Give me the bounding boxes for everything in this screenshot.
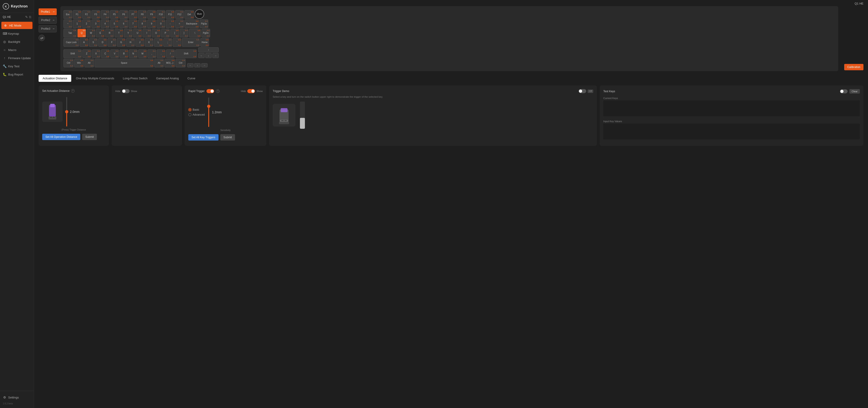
clear-btn[interactable]: Clear	[849, 89, 860, 94]
key-f6[interactable]: 0.4F60.4	[119, 10, 128, 19]
profile-1-menu[interactable]: ···	[53, 10, 55, 14]
key-capslock[interactable]: 0.4Caps Lock0.4	[64, 38, 79, 47]
key-f12[interactable]: 0.4F120.4	[175, 10, 184, 19]
key-f5[interactable]: 0.4F50.4	[110, 10, 119, 19]
key-enter[interactable]: 0.4Enter0.4	[182, 38, 199, 47]
hide-toggle-1-switch[interactable]	[122, 89, 129, 93]
key-r[interactable]: 0.4R0.4	[105, 29, 114, 37]
tab-curve[interactable]: Curve	[183, 75, 199, 82]
rapid-trigger-help-icon[interactable]: ?	[216, 89, 220, 93]
radio-advanced[interactable]: Advanced	[188, 113, 205, 116]
key-mute[interactable]: Mute	[195, 9, 204, 19]
set-all-operation-btn[interactable]: Set All Operation Distance	[42, 134, 80, 140]
key-del[interactable]: 0.4Del0.4	[184, 10, 194, 19]
key-t[interactable]: 0.4T0.4	[115, 29, 123, 37]
key-x[interactable]: 0.4X0.4	[92, 49, 100, 58]
key-shift-left[interactable]: 0.4Shift0.4	[64, 49, 82, 58]
key-0[interactable]: 0.400.4	[157, 20, 165, 28]
key-mo[interactable]: 0.4MO(...)0.4	[164, 59, 175, 67]
key-6[interactable]: 0.460.4	[119, 20, 128, 28]
sidebar-item-macro[interactable]: ○ Macro	[0, 46, 34, 54]
key-s[interactable]: 0.4S0.4	[89, 38, 98, 47]
key-9[interactable]: 0.490.4	[147, 20, 156, 28]
sidebar-item-backlight[interactable]: ◎ Backlight	[0, 38, 34, 46]
key-nav-left[interactable]: ←	[187, 63, 193, 67]
sidebar-item-settings[interactable]: ⚙ Settings	[0, 393, 34, 401]
key-8[interactable]: 0.480.4	[138, 20, 147, 28]
sidebar-item-firmware-update[interactable]: ↑ Firmware Update	[0, 54, 34, 62]
key-rbracket[interactable]: 0.4]0.4	[180, 29, 188, 37]
key-backspace[interactable]: 0.4Backspace0.4	[184, 20, 199, 28]
key-c[interactable]: 0.4C0.4	[101, 49, 110, 58]
actuation-slider-track[interactable]	[66, 97, 67, 127]
key-d[interactable]: 0.4D0.4	[98, 38, 107, 47]
key-home[interactable]: 0.4Home0.4	[200, 38, 209, 47]
key-backslash[interactable]: 0.4\0.4	[189, 29, 201, 37]
tab-one-key-multiple[interactable]: One Key Multiple Commands	[72, 75, 118, 82]
key-quote[interactable]: 0.4'0.4	[173, 38, 181, 47]
key-down[interactable]: ↓	[205, 53, 212, 58]
key-f[interactable]: 0.4F0.4	[107, 38, 116, 47]
profile-1-btn[interactable]: Profile1 ···	[38, 8, 57, 15]
trigger-demo-toggle[interactable]	[579, 89, 586, 93]
key-lbracket[interactable]: 0.4[0.4	[170, 29, 179, 37]
key-w[interactable]: 0.4W0.4	[87, 29, 95, 37]
sidebar-item-key-test[interactable]: 🔧 Key Test	[0, 62, 34, 70]
key-pgdn[interactable]: 0.4PgDn0.4	[202, 29, 210, 37]
key-alt-left[interactable]: 0.4Alt0.4	[84, 59, 94, 67]
tab-long-press-switch[interactable]: Long-Press Switch	[119, 75, 151, 82]
submit-rapid-trigger-btn[interactable]: Submit	[220, 134, 235, 140]
key-f4[interactable]: 0.4F40.4	[101, 10, 110, 19]
key-3[interactable]: 0.430.4	[91, 20, 100, 28]
key-z[interactable]: 0.4Z0.4	[82, 49, 91, 58]
sidebar-item-keymap[interactable]: ⌨ Keymap	[0, 30, 34, 38]
profile-3-menu[interactable]: ···	[53, 27, 54, 31]
key-slash[interactable]: 0.4/0.4	[166, 49, 175, 58]
key-win[interactable]: 0.4Win0.4	[74, 59, 84, 67]
key-v[interactable]: 0.4V0.4	[110, 49, 119, 58]
key-f7[interactable]: 0.4F70.4	[129, 10, 137, 19]
tab-actuation-distance[interactable]: Actuation Distance	[38, 75, 71, 82]
key-f2[interactable]: 0.4F20.4	[82, 10, 91, 19]
profile-3-btn[interactable]: Profile3 ···	[38, 25, 57, 32]
test-keys-toggle[interactable]	[840, 89, 847, 93]
key-equals[interactable]: 0.4=0.4	[175, 20, 184, 28]
key-o[interactable]: 0.4O0.4	[152, 29, 160, 37]
key-space[interactable]: 0.4Space0.4	[95, 59, 154, 67]
key-g[interactable]: 0.4G0.4	[117, 38, 125, 47]
key-q[interactable]: 0.4Q0.4	[78, 29, 86, 37]
rapid-trigger-toggle[interactable]	[207, 89, 214, 93]
key-4[interactable]: 0.440.4	[101, 20, 110, 28]
profile-2-btn[interactable]: Profile2 ···	[38, 16, 57, 24]
key-a[interactable]: 0.4A0.4	[80, 38, 88, 47]
key-i[interactable]: 0.4I0.4	[143, 29, 151, 37]
key-u[interactable]: 0.4U0.4	[133, 29, 142, 37]
radio-basic[interactable]: Basic	[188, 108, 205, 111]
key-ctrl-left[interactable]: 0.4Ctrl0.4	[64, 59, 73, 67]
key-ctrl-right[interactable]: 0.4Ctrl0.4	[176, 59, 186, 67]
submit-actuation-btn[interactable]: Submit	[82, 134, 97, 140]
sidebar-item-bug-report[interactable]: 🐛 Bug Report	[0, 70, 34, 78]
key-up[interactable]: ↑	[198, 47, 219, 53]
key-left[interactable]: ←	[198, 53, 205, 58]
set-all-key-triggers-btn[interactable]: Set All Key Triggers	[188, 134, 218, 140]
key-2[interactable]: 0.420.4	[82, 20, 91, 28]
key-minus[interactable]: 0.4-0.4	[166, 20, 175, 28]
key-tab[interactable]: 0.4Tab0.4	[64, 29, 77, 37]
key-semicolon[interactable]: 0.4;0.4	[163, 38, 172, 47]
calibration-button[interactable]: Calibration	[844, 64, 864, 70]
key-e[interactable]: 0.4E0.4	[96, 29, 104, 37]
sidebar-item-he-mode[interactable]: ⊕ HE Mode	[1, 22, 32, 29]
key-nav-down[interactable]: ↓	[194, 63, 200, 67]
key-backtick[interactable]: 0.4~0.4	[64, 20, 72, 28]
key-7[interactable]: 0.470.4	[129, 20, 137, 28]
key-f8[interactable]: 0.4F80.4	[138, 10, 147, 19]
key-f3[interactable]: 0.4F30.4	[91, 10, 100, 19]
key-5[interactable]: 0.450.4	[110, 20, 119, 28]
profile-2-menu[interactable]: ···	[53, 18, 54, 22]
key-alt-right[interactable]: 0.4Alt0.4	[154, 59, 164, 67]
actuation-help-icon[interactable]: ?	[71, 89, 75, 93]
key-h[interactable]: 0.4H0.4	[126, 38, 135, 47]
copy-icon[interactable]: ⎘	[29, 15, 31, 19]
key-f1[interactable]: 0.4F10.4	[73, 10, 82, 19]
